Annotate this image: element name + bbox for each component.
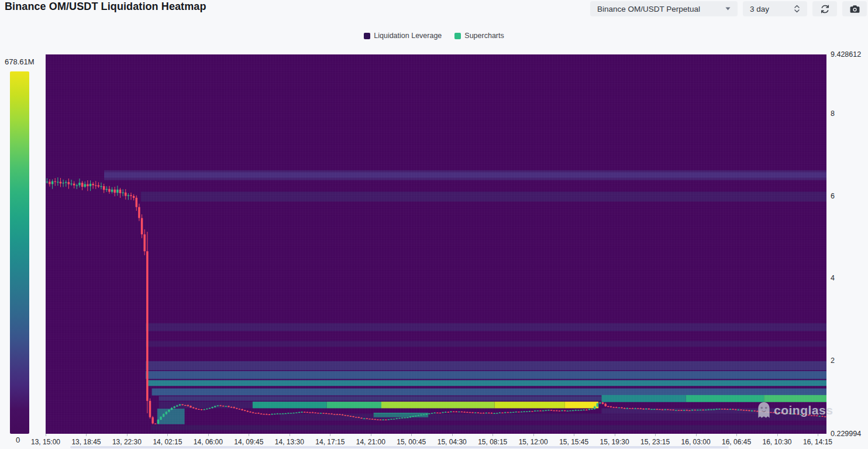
timeframe-select[interactable]: 3 day bbox=[743, 1, 807, 16]
x-axis-label: 15, 00:45 bbox=[397, 438, 426, 446]
legend-label: Liquidation Leverage bbox=[374, 32, 442, 40]
symbol-select-value: Binance OM/USDT Perpetual bbox=[597, 5, 700, 13]
symbol-select[interactable]: Binance OM/USDT Perpetual bbox=[590, 1, 738, 16]
x-axis-label: 14, 09:45 bbox=[234, 438, 263, 446]
y-axis-label: 4 bbox=[831, 274, 835, 282]
y-axis-label: 0.229994 bbox=[831, 430, 861, 438]
refresh-icon bbox=[819, 4, 831, 15]
x-axis-tick bbox=[167, 434, 168, 436]
x-axis-tick bbox=[615, 434, 615, 436]
x-axis-tick bbox=[86, 434, 87, 436]
y-axis-label: 2 bbox=[831, 357, 835, 365]
legend-item-liquidation-leverage[interactable]: Liquidation Leverage bbox=[364, 32, 442, 40]
colorbar-min-label: 0 bbox=[16, 436, 20, 444]
legend-label: Supercharts bbox=[464, 32, 504, 40]
x-axis-tick bbox=[290, 434, 290, 436]
x-axis-label: 14, 17:15 bbox=[315, 438, 345, 446]
x-axis-tick bbox=[330, 434, 330, 436]
x-axis-label: 15, 15:45 bbox=[559, 438, 588, 446]
x-axis-label: 14, 13:30 bbox=[275, 438, 304, 446]
page-title: Binance OM/USDT Liquidation Heatmap bbox=[5, 1, 206, 13]
colorbar bbox=[10, 71, 29, 434]
x-axis-tick bbox=[452, 434, 453, 436]
x-axis-tick bbox=[696, 434, 697, 436]
heatmap-plot[interactable] bbox=[46, 54, 826, 434]
x-axis-tick bbox=[736, 434, 737, 436]
x-axis-label: 13, 18:45 bbox=[71, 438, 101, 446]
legend-item-supercharts[interactable]: Supercharts bbox=[454, 32, 504, 40]
x-axis-label: 16, 14:15 bbox=[803, 438, 832, 446]
colorbar-max-label: 678.61M bbox=[5, 57, 35, 66]
liquidation-heatmap-page: Binance OM/USDT Liquidation Heatmap Bina… bbox=[0, 0, 868, 449]
refresh-button[interactable] bbox=[812, 1, 837, 16]
chevron-up-down-icon bbox=[794, 4, 800, 13]
x-axis-label: 16, 03:00 bbox=[681, 438, 711, 446]
x-axis-label: 14, 06:00 bbox=[194, 438, 223, 446]
x-axis-tick bbox=[777, 434, 778, 436]
x-axis-tick bbox=[371, 434, 371, 436]
x-axis-label: 15, 19:30 bbox=[600, 438, 629, 446]
x-axis-label: 15, 23:15 bbox=[640, 438, 670, 446]
timeframe-select-value: 3 day bbox=[750, 5, 769, 13]
chevron-down-icon bbox=[725, 7, 731, 11]
legend-swatch bbox=[364, 33, 370, 39]
legend-swatch bbox=[454, 33, 461, 39]
x-axis-tick bbox=[46, 434, 46, 436]
x-axis-tick bbox=[655, 434, 656, 436]
x-axis-label: 16, 06:45 bbox=[722, 438, 751, 446]
camera-icon bbox=[849, 4, 860, 15]
x-axis-tick bbox=[574, 434, 574, 436]
screenshot-button[interactable] bbox=[842, 1, 867, 16]
x-axis-label: 16, 10:30 bbox=[762, 438, 791, 446]
x-axis-tick bbox=[492, 434, 493, 436]
x-axis-label: 15, 12:00 bbox=[519, 438, 548, 446]
x-axis-tick bbox=[533, 434, 534, 436]
x-axis-tick bbox=[249, 434, 249, 436]
x-axis-label: 13, 22:30 bbox=[112, 438, 142, 446]
x-axis-label: 15, 08:15 bbox=[478, 438, 507, 446]
x-axis-tick bbox=[411, 434, 412, 436]
x-axis-label: 15, 04:30 bbox=[438, 438, 467, 446]
x-axis-label: 13, 15:00 bbox=[31, 438, 60, 446]
x-axis-label: 14, 21:00 bbox=[356, 438, 385, 446]
chart-scrollbar[interactable] bbox=[70, 446, 729, 448]
y-axis-label: 6 bbox=[831, 192, 835, 200]
y-axis-label: 9.428612 bbox=[831, 50, 861, 59]
y-axis-label: 8 bbox=[831, 109, 835, 118]
x-axis-tick bbox=[818, 434, 818, 436]
chart-legend: Liquidation LeverageSupercharts bbox=[0, 32, 868, 40]
x-axis-tick bbox=[208, 434, 209, 436]
toolbar: Binance OM/USDT Perpetual 3 day bbox=[590, 1, 867, 16]
x-axis-label: 14, 02:15 bbox=[153, 438, 182, 446]
x-axis-tick bbox=[127, 434, 128, 436]
